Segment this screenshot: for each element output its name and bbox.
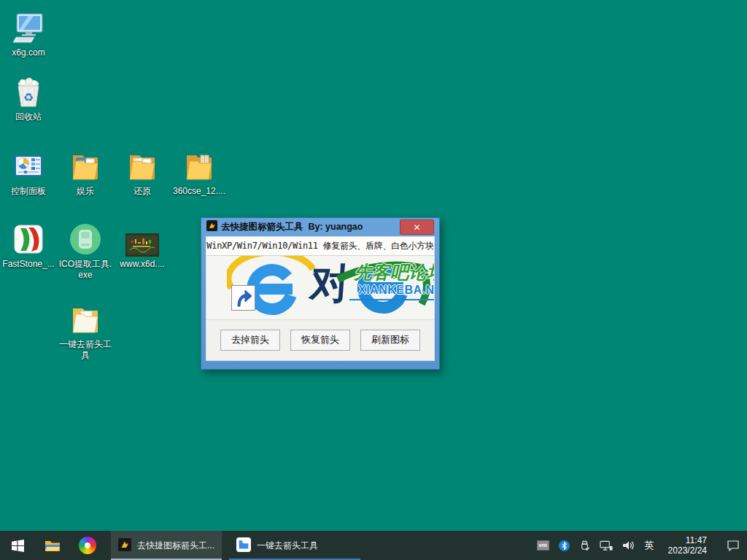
system-tray: vm xyxy=(537,531,747,560)
close-button[interactable]: ✕ xyxy=(400,219,434,235)
desktop-icon-control-panel[interactable]: 控制面板 xyxy=(1,147,56,197)
taskbar-task-remove-arrow-tool[interactable]: 去快捷图标箭头工... xyxy=(111,531,222,560)
bluetooth-icon[interactable] xyxy=(559,540,570,551)
dialog-titlebar[interactable]: 去快捷图标箭头工具 By: yuangao ✕ xyxy=(206,218,435,236)
task-app-icon xyxy=(118,538,131,553)
windows-logo-icon xyxy=(12,540,24,552)
refresh-icons-button[interactable]: 刷新图标 xyxy=(360,330,420,351)
recycle-bin-icon: ♻ xyxy=(1,73,56,109)
info-text: WinXP/Win7/Win10/Win11 修复箭头、盾牌、白色小方块 xyxy=(206,237,434,256)
desktop-icon-ico-tool[interactable]: ICO提取工具.exe xyxy=(58,220,113,281)
icon-label: 控制面板 xyxy=(1,186,56,197)
this-pc-icon xyxy=(1,9,56,45)
dialog-client-area: WinXP/Win7/Win10/Win11 修复箭头、盾牌、白色小方块 对 xyxy=(206,236,435,361)
taskbar-clock[interactable]: 11:47 2023/2/24 xyxy=(668,535,707,556)
icon-label: ICO提取工具.exe xyxy=(58,259,113,281)
ime-language-indicator[interactable]: 英 xyxy=(645,539,654,552)
close-icon: ✕ xyxy=(413,222,420,233)
icon-label: 娱乐 xyxy=(58,186,113,197)
control-panel-icon xyxy=(1,147,56,184)
icon-label: 回收站 xyxy=(1,112,56,122)
icon-label: 360cse_12.... xyxy=(171,186,227,197)
clock-date: 2023/2/24 xyxy=(668,545,707,556)
ico-tool-icon xyxy=(58,220,113,257)
dialog-button-row: 去掉箭头 恢复箭头 刷新图标 xyxy=(206,320,434,359)
window-title: 去快捷图标箭头工具 By: yuangao xyxy=(221,221,363,233)
folder-zip-icon xyxy=(171,147,227,184)
folder-icon xyxy=(115,147,170,184)
icon-label: 还原 xyxy=(115,186,170,197)
faststone-icon xyxy=(1,220,56,257)
icon-label: FastStone_... xyxy=(1,259,56,270)
task-label: 去快捷图标箭头工... xyxy=(137,540,214,552)
network-icon[interactable] xyxy=(600,540,613,551)
shortcut-arrow-overlay-icon xyxy=(231,285,255,311)
restore-arrow-button[interactable]: 恢复箭头 xyxy=(290,330,350,351)
app-icon xyxy=(206,220,217,234)
desktop-icon-folder-360cse[interactable]: 360cse_12.... xyxy=(171,147,227,197)
start-button[interactable] xyxy=(0,531,35,560)
folder-icon xyxy=(58,300,113,337)
desktop-icon-this-pc[interactable]: x6g.com xyxy=(1,9,56,58)
desktop-icon-recycle-bin[interactable]: ♻ 回收站 xyxy=(1,73,56,122)
taskbar: 去快捷图标箭头工... 一键去箭头工具 vm xyxy=(0,531,747,560)
task-label: 一键去箭头工具 xyxy=(257,540,318,552)
vmware-tray-icon[interactable]: vm xyxy=(537,540,549,551)
image-thumbnail-icon xyxy=(115,220,170,257)
desktop-icon-folder-yule[interactable]: 娱乐 xyxy=(58,147,113,197)
watermark-underline xyxy=(349,299,434,300)
desktop-icon-folder-yijian[interactable]: 一键去箭头工具 xyxy=(58,300,113,361)
usb-safely-remove-icon[interactable] xyxy=(579,540,590,551)
remove-arrow-tool-window: 去快捷图标箭头工具 By: yuangao ✕ WinXP/Win7/Win10… xyxy=(201,217,440,370)
file-explorer-icon xyxy=(44,537,61,554)
browser-button[interactable] xyxy=(70,531,105,560)
icon-label: x6g.com xyxy=(1,47,56,58)
illustration-area: 对 先客吧论坛 XIANKEBA.NET xyxy=(206,256,434,320)
icon-label: www.x6d.... xyxy=(115,259,170,270)
desktop-icon-faststone[interactable]: FastStone_... xyxy=(1,220,56,270)
svg-text:♻: ♻ xyxy=(23,91,34,104)
watermark-domain: XIANKEBA.NET xyxy=(358,284,434,297)
folder-icon xyxy=(58,147,113,184)
action-center-icon[interactable] xyxy=(727,540,740,551)
remove-arrow-button[interactable]: 去掉箭头 xyxy=(220,330,280,351)
browser-icon xyxy=(79,537,96,554)
icon-label: 一键去箭头工具 xyxy=(58,339,113,361)
task-folder-icon xyxy=(236,537,251,554)
watermark-forum-name: 先客吧论坛 xyxy=(354,260,434,284)
desktop-icon-folder-huanyuan[interactable]: 还原 xyxy=(115,147,170,197)
taskbar-task-yijian-folder[interactable]: 一键去箭头工具 xyxy=(229,531,360,560)
desktop[interactable]: { "colors": { "desktop_bg": "#008674", "… xyxy=(0,0,747,560)
clock-time: 11:47 xyxy=(668,535,707,545)
file-explorer-button[interactable] xyxy=(35,531,70,560)
desktop-icon-www-x6d[interactable]: www.x6d.... xyxy=(115,220,170,270)
volume-icon[interactable] xyxy=(622,540,635,551)
